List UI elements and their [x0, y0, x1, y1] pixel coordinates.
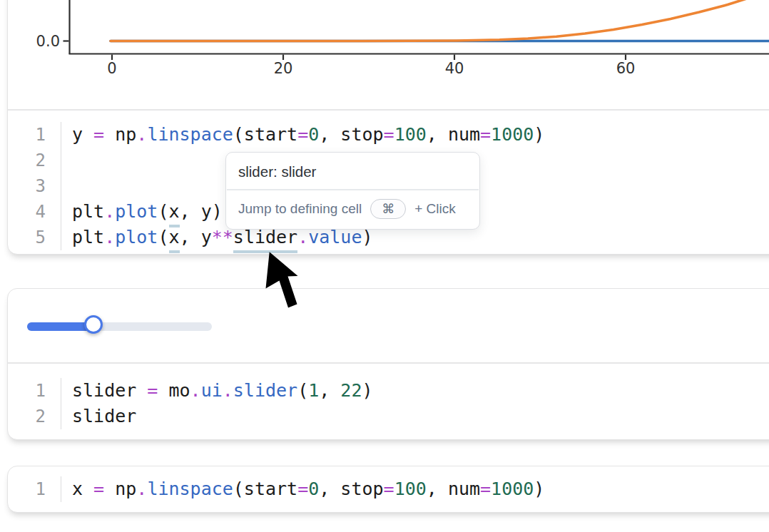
variable-tooltip: slider: slider Jump to defining cell ⌘ +…: [225, 152, 480, 230]
line-number: 2: [8, 404, 61, 429]
line-number: 1: [8, 122, 61, 148]
tooltip-title: slider: slider: [226, 153, 479, 189]
tooltip-footer: Jump to defining cell ⌘ + Click: [226, 190, 479, 229]
code-editor: 1x = np.linspace(start=0, stop=100, num=…: [8, 466, 769, 513]
command-key-icon: ⌘: [370, 199, 406, 219]
code-line[interactable]: [61, 148, 72, 173]
code-line[interactable]: [61, 173, 72, 199]
tooltip-click-hint: + Click: [414, 201, 456, 217]
line-number: 5: [8, 225, 61, 250]
code-line-row: 1slider = mo.ui.slider(1, 22): [8, 378, 769, 404]
code-line[interactable]: slider: [61, 404, 136, 429]
code-line-row: 2slider: [8, 404, 769, 429]
line-number: 1: [8, 378, 61, 404]
code-line[interactable]: plt.plot(x, y): [61, 199, 223, 225]
code-editor: 1slider = mo.ui.slider(1, 22)2slider: [8, 363, 769, 440]
line-number: 3: [8, 173, 61, 199]
line-number: 2: [8, 148, 61, 173]
line-number: 4: [8, 199, 61, 225]
cell-slider: 1slider = mo.ui.slider(1, 22)2slider: [7, 288, 769, 440]
slider-track[interactable]: [27, 322, 212, 331]
code-line-row: 1y = np.linspace(start=0, stop=100, num=…: [8, 122, 769, 148]
notebook-page: 1y = np.linspace(start=0, stop=100, num=…: [0, 0, 769, 532]
code-line[interactable]: slider = mo.ui.slider(1, 22): [61, 378, 373, 404]
code-line[interactable]: y = np.linspace(start=0, stop=100, num=1…: [61, 122, 544, 148]
code-line-row: 1x = np.linspace(start=0, stop=100, num=…: [8, 476, 769, 502]
cell-x: 1x = np.linspace(start=0, stop=100, num=…: [7, 466, 769, 513]
slider-handle[interactable]: [84, 315, 103, 334]
code-line[interactable]: x = np.linspace(start=0, stop=100, num=1…: [61, 476, 544, 502]
tooltip-action-label[interactable]: Jump to defining cell: [238, 201, 362, 217]
line-number: 1: [8, 476, 61, 502]
